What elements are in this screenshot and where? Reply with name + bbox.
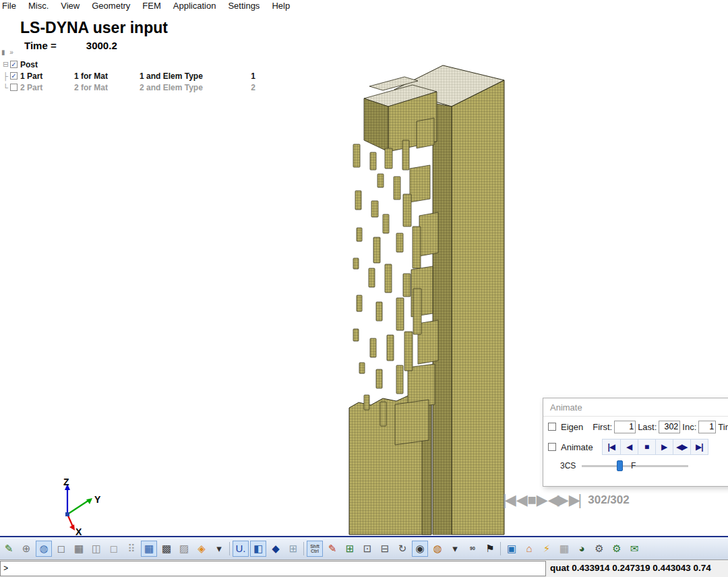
panel-collapse-icon[interactable]: ▮ » xyxy=(1,49,15,56)
viewport-playback-step-button[interactable]: ◀▶ xyxy=(548,491,567,509)
shift-ctrl-icon[interactable]: Shft Ctrl xyxy=(307,541,323,557)
wire-sphere-icon[interactable]: ⊕ xyxy=(18,541,34,557)
edit-green-icon[interactable]: ✎ xyxy=(1,541,17,557)
cube-shaded-blue-icon[interactable]: ▦ xyxy=(141,541,157,557)
last-label: Last: xyxy=(638,422,657,432)
gears-green-icon[interactable]: ⚙ xyxy=(609,541,625,557)
playback-step-button[interactable]: ◀▶ xyxy=(673,439,690,454)
playback-prev-frame-button[interactable]: ◀ xyxy=(620,439,638,454)
angle-dropdown-icon[interactable]: ▾ xyxy=(447,541,463,557)
tree-row-part1[interactable]: ├ ✓ 1 Part 1 for Mat 1 and Elem Type 1 xyxy=(2,70,255,82)
zoom-out-icon[interactable]: ⊟ xyxy=(377,541,393,557)
cube-dotted-icon[interactable]: ⠿ xyxy=(123,541,140,557)
part1-num-label: 1 xyxy=(242,71,255,81)
mail-icon[interactable]: ✉ xyxy=(626,541,642,557)
tree-row-part2[interactable]: └ 2 Part 2 for Mat 2 and Elem Type 2 xyxy=(2,82,255,93)
viewport-playback-play-button[interactable]: ▶ xyxy=(537,491,546,509)
debris-fragments xyxy=(353,118,438,445)
tree-root-row[interactable]: ⊟ ✓ Post xyxy=(2,59,255,70)
slider-handle[interactable] xyxy=(617,460,623,471)
viewport-playback-last-frame-button[interactable]: ▶| xyxy=(569,491,580,509)
part2-checkbox[interactable] xyxy=(10,84,18,91)
inc-input[interactable] xyxy=(698,421,716,433)
cube-blue-icon[interactable]: ◧ xyxy=(250,541,266,557)
cube-hatch-icon[interactable]: ▦ xyxy=(71,541,87,557)
animate-dialog-title[interactable]: Animate xyxy=(543,398,728,417)
tree-branch-end-icon: └ xyxy=(2,84,9,92)
tree-collapse-icon[interactable]: ⊟ xyxy=(2,60,9,69)
animate-slider-row: 3CS F xyxy=(543,457,728,475)
runner-icon[interactable]: ⚑ xyxy=(482,541,498,557)
quat-readout: quat 0.433914 0.247319 0.443043 0.74 xyxy=(550,563,711,573)
sphere-green-icon[interactable]: ◕ xyxy=(574,541,590,557)
first-input[interactable] xyxy=(614,421,636,433)
playback-buttons: |◀◀■▶◀▶▶| xyxy=(602,439,708,455)
cs-label: 3CS xyxy=(560,461,576,470)
menu-geometry[interactable]: Geometry xyxy=(86,1,136,11)
diamond-icon[interactable]: ◈ xyxy=(193,541,210,557)
toolbar-separator-2 xyxy=(302,541,306,557)
angle-90-label[interactable]: 90 xyxy=(464,541,481,557)
menu-fem[interactable]: FEM xyxy=(136,1,166,11)
zoom-in-icon[interactable]: ⊞ xyxy=(342,541,358,557)
menu-help[interactable]: Help xyxy=(266,1,296,11)
viewport-3d[interactable] xyxy=(290,57,533,536)
menu-misc[interactable]: Misc. xyxy=(22,1,55,11)
menu-file[interactable]: File xyxy=(0,1,22,11)
eye-icon[interactable]: ◉ xyxy=(412,541,428,557)
playback-play-button[interactable]: ▶ xyxy=(655,439,673,454)
u-displacement-icon[interactable]: U. xyxy=(233,541,249,557)
frame-slider[interactable]: F xyxy=(582,460,688,471)
last-input[interactable] xyxy=(659,421,680,433)
gears-icon[interactable]: ⚙ xyxy=(591,541,607,557)
inc-label: Inc: xyxy=(682,422,696,432)
part-tree: ⊟ ✓ Post ├ ✓ 1 Part 1 for Mat 1 and Elem… xyxy=(2,59,255,93)
grid-clover-icon[interactable]: ⊞ xyxy=(285,541,301,557)
animate-checkbox[interactable] xyxy=(548,443,556,451)
part2-label: 2 Part xyxy=(20,83,74,92)
playback-stop-button[interactable]: ■ xyxy=(638,439,655,454)
first-label: First: xyxy=(593,422,612,432)
playback-last-frame-button[interactable]: ▶| xyxy=(690,439,708,454)
menu-view[interactable]: View xyxy=(55,1,86,11)
gray-buttons-container: |◀◀■▶◀▶▶| xyxy=(503,491,582,509)
cube-navy-icon[interactable]: ◆ xyxy=(268,541,284,557)
toolbar-separator-1 xyxy=(228,541,232,557)
part2-num-label: 2 xyxy=(242,83,255,92)
eigen-checkbox[interactable] xyxy=(548,423,556,431)
menu-settings[interactable]: Settings xyxy=(222,1,266,11)
home-icon[interactable]: ⌂ xyxy=(521,541,537,557)
viewport-playback-first-frame-button[interactable]: |◀ xyxy=(503,491,514,509)
cube-dark-icon[interactable]: ▩ xyxy=(158,541,175,557)
viewport-playback-stop-button[interactable]: ■ xyxy=(528,491,535,509)
animate-dialog: Animate Eigen First: Last: Inc: Tim Anim… xyxy=(543,398,728,487)
shaded-sphere-icon[interactable]: ◍ xyxy=(36,541,52,557)
zoom-window-icon[interactable]: ⊡ xyxy=(359,541,375,557)
part1-checkbox[interactable]: ✓ xyxy=(10,72,18,80)
cube-gray-icon[interactable]: ▨ xyxy=(176,541,192,557)
rotate-icon[interactable]: ↻ xyxy=(394,541,411,557)
tree-branch-icon: ├ xyxy=(2,72,9,80)
command-input[interactable]: > xyxy=(0,561,546,576)
menu-application[interactable]: Application xyxy=(167,1,222,11)
cube-wire-icon[interactable]: ◻ xyxy=(106,541,122,557)
cube-hidden-icon[interactable]: ◫ xyxy=(88,541,104,557)
checkerboard-icon[interactable]: ▦ xyxy=(556,541,572,557)
cube-teal-icon[interactable]: ▣ xyxy=(504,541,520,557)
viewport-playback-prev-frame-button[interactable]: ◀ xyxy=(516,491,526,509)
post-checkbox[interactable]: ✓ xyxy=(10,61,18,68)
status-bar: > quat 0.433914 0.247319 0.443043 0.74 xyxy=(0,559,728,577)
view-dropdown-icon[interactable]: ▾ xyxy=(211,541,227,557)
f-label: F xyxy=(631,461,636,470)
animate-label: Animate xyxy=(561,442,593,452)
flash-page-icon[interactable]: ⚡ xyxy=(539,541,555,557)
toolbar-separator-3 xyxy=(499,541,503,557)
animate-control-row: Animate |◀◀■▶◀▶▶| xyxy=(543,437,728,457)
bottom-toolbar: ✎⊕◍◻▦◫◻⠿▦▩▨◈▾U.◧◆⊞Shft Ctrl✎⊞⊡⊟↻◉◍▾90⚑▣⌂… xyxy=(0,536,728,559)
cube-outline-icon[interactable]: ◻ xyxy=(53,541,69,557)
menu-bar: File Misc. View Geometry FEM Application… xyxy=(0,0,728,11)
playback-first-frame-button[interactable]: |◀ xyxy=(603,439,620,454)
globe-icon[interactable]: ◍ xyxy=(429,541,446,557)
part2-elem-label: 2 and Elem Type xyxy=(140,83,242,92)
brush-icon[interactable]: ✎ xyxy=(324,541,340,557)
